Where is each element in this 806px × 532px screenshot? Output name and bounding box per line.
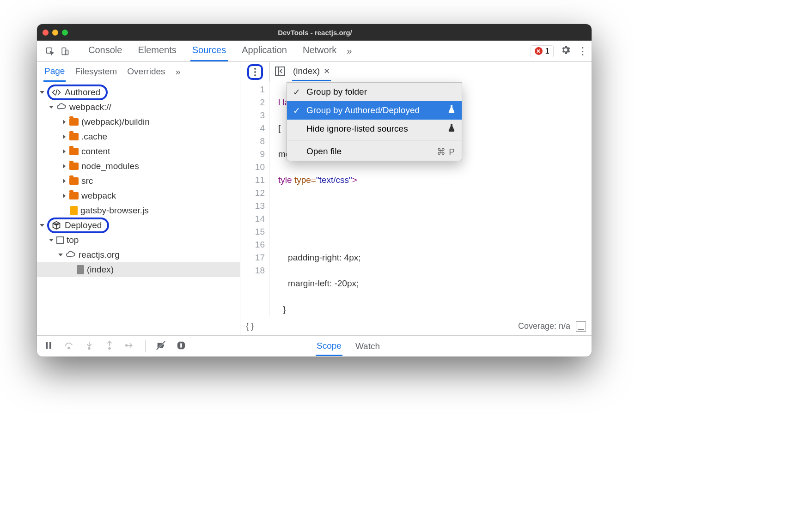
more-subtabs-icon[interactable]: » bbox=[176, 66, 181, 77]
folder-icon bbox=[69, 163, 79, 170]
chevron-right-icon bbox=[63, 134, 66, 139]
separator bbox=[145, 340, 146, 352]
box-icon bbox=[52, 221, 61, 230]
tab-console[interactable]: Console bbox=[86, 41, 124, 61]
cloud-icon bbox=[66, 250, 76, 260]
group-deployed[interactable]: Deployed bbox=[37, 218, 240, 233]
window-controls bbox=[43, 30, 68, 36]
error-count: 1 bbox=[545, 47, 550, 56]
menu-group-by-folder[interactable]: ✓ Group by folder bbox=[287, 83, 462, 101]
flask-icon bbox=[448, 124, 455, 134]
close-window-button[interactable] bbox=[43, 30, 49, 36]
chevron-right-icon bbox=[63, 164, 66, 169]
menu-label: Open file bbox=[306, 146, 342, 157]
toggle-navigator-icon[interactable] bbox=[275, 66, 286, 78]
tab-elements[interactable]: Elements bbox=[136, 41, 178, 61]
origin-webpack[interactable]: webpack:// bbox=[37, 100, 240, 115]
chevron-down-icon bbox=[40, 224, 44, 227]
folder-buildin[interactable]: (webpack)/buildin bbox=[37, 115, 240, 129]
pretty-print-icon[interactable]: { } bbox=[246, 321, 254, 331]
menu-label: Group by folder bbox=[306, 87, 367, 97]
origin-reactjs[interactable]: reactjs.org bbox=[37, 248, 240, 262]
step-over-icon[interactable] bbox=[64, 340, 74, 352]
tab-network[interactable]: Network bbox=[301, 41, 338, 61]
origin-webpack-label: webpack:// bbox=[69, 102, 111, 112]
svg-point-10 bbox=[88, 347, 90, 349]
step-icon[interactable] bbox=[125, 340, 135, 352]
devtools-window: DevTools - reactjs.org/ Console Elements… bbox=[37, 24, 592, 357]
titlebar: DevTools - reactjs.org/ bbox=[37, 24, 592, 41]
svg-rect-7 bbox=[49, 342, 51, 349]
navigator-options-menu: ✓ Group by folder ✓ Group by Authored/De… bbox=[287, 82, 462, 161]
folder-node-modules[interactable]: node_modules bbox=[37, 159, 240, 174]
menu-label: Hide ignore-listed sources bbox=[306, 124, 408, 134]
open-file-tab[interactable]: (index) ✕ bbox=[292, 62, 331, 81]
maximize-window-button[interactable] bbox=[62, 30, 68, 36]
chevron-right-icon bbox=[63, 120, 66, 124]
file-icon bbox=[77, 265, 84, 274]
frame-icon bbox=[56, 236, 64, 244]
folder-icon bbox=[69, 192, 79, 200]
folder-webpack[interactable]: webpack bbox=[37, 188, 240, 203]
settings-gear-icon[interactable] bbox=[560, 44, 571, 58]
navigator-tree: Authored webpack:// (webpack)/buildin .c… bbox=[37, 82, 240, 335]
folder-src[interactable]: src bbox=[37, 174, 240, 188]
folder-label: src bbox=[81, 176, 93, 186]
folder-content[interactable]: content bbox=[37, 144, 240, 159]
chevron-right-icon bbox=[63, 179, 66, 183]
group-authored[interactable]: Authored bbox=[37, 85, 240, 100]
device-toolbar-icon[interactable] bbox=[58, 45, 71, 58]
pause-on-exceptions-icon[interactable] bbox=[176, 340, 186, 352]
svg-rect-6 bbox=[46, 342, 48, 349]
frame-top[interactable]: top bbox=[37, 233, 240, 248]
menu-group-by-authored[interactable]: ✓ Group by Authored/Deployed bbox=[287, 101, 462, 120]
folder-label: webpack bbox=[81, 191, 116, 201]
tab-scope[interactable]: Scope bbox=[316, 336, 342, 356]
tab-application[interactable]: Application bbox=[240, 41, 289, 61]
folder-icon bbox=[69, 148, 79, 155]
tab-watch[interactable]: Watch bbox=[355, 341, 380, 351]
menu-open-file[interactable]: Open file ⌘ P bbox=[287, 142, 462, 161]
more-tabs-icon[interactable]: » bbox=[347, 46, 352, 56]
file-label: gatsby-browser.js bbox=[80, 206, 149, 216]
sources-toolbar: Page Filesystem Overrides » (index) ✕ bbox=[37, 62, 592, 82]
window-title: DevTools - reactjs.org/ bbox=[68, 29, 562, 36]
subtab-filesystem[interactable]: Filesystem bbox=[74, 63, 118, 81]
show-coverage-icon[interactable] bbox=[576, 321, 586, 332]
panel-tabs: Console Elements Sources Application Net… bbox=[86, 41, 338, 61]
subtab-overrides[interactable]: Overrides bbox=[126, 63, 166, 81]
error-count-pill[interactable]: ✕ 1 bbox=[531, 45, 554, 57]
check-icon: ✓ bbox=[293, 105, 301, 116]
deactivate-breakpoints-icon[interactable] bbox=[156, 340, 166, 352]
tab-sources[interactable]: Sources bbox=[190, 41, 228, 61]
chevron-down-icon bbox=[58, 254, 63, 256]
chevron-right-icon bbox=[63, 149, 66, 154]
group-authored-label: Authored bbox=[65, 87, 100, 97]
chevron-down-icon bbox=[49, 106, 54, 109]
more-actions-icon[interactable]: ⋮ bbox=[578, 45, 588, 57]
folder-label: node_modules bbox=[81, 161, 139, 171]
menu-separator bbox=[287, 140, 462, 140]
debugger-toolbar: Scope Watch bbox=[37, 335, 592, 357]
origin-label: reactjs.org bbox=[79, 250, 120, 260]
navigator-options-button[interactable] bbox=[247, 64, 263, 80]
step-out-icon[interactable] bbox=[104, 340, 115, 352]
file-index[interactable]: (index) bbox=[37, 262, 240, 277]
line-gutter: 1 2 3 4 8 9 10 11 12 13 14 15 16 17 18 bbox=[240, 82, 270, 317]
navigator-tabs: Page Filesystem Overrides » bbox=[37, 62, 240, 82]
file-label: (index) bbox=[87, 265, 114, 275]
inspect-element-icon[interactable] bbox=[43, 45, 56, 58]
shortcut-label: ⌘ P bbox=[437, 146, 455, 157]
flask-icon bbox=[448, 105, 455, 116]
file-gatsby-browser[interactable]: gatsby-browser.js bbox=[37, 203, 240, 218]
folder-cache[interactable]: .cache bbox=[37, 129, 240, 144]
minimize-window-button[interactable] bbox=[52, 30, 58, 36]
close-tab-icon[interactable]: ✕ bbox=[324, 66, 330, 76]
menu-hide-ignored[interactable]: Hide ignore-listed sources bbox=[287, 120, 462, 138]
pause-icon[interactable] bbox=[43, 340, 54, 352]
file-tab-label: (index) bbox=[293, 66, 320, 76]
step-into-icon[interactable] bbox=[84, 340, 94, 352]
svg-point-12 bbox=[109, 347, 110, 349]
subtab-page[interactable]: Page bbox=[43, 62, 66, 82]
folder-icon bbox=[69, 133, 79, 140]
